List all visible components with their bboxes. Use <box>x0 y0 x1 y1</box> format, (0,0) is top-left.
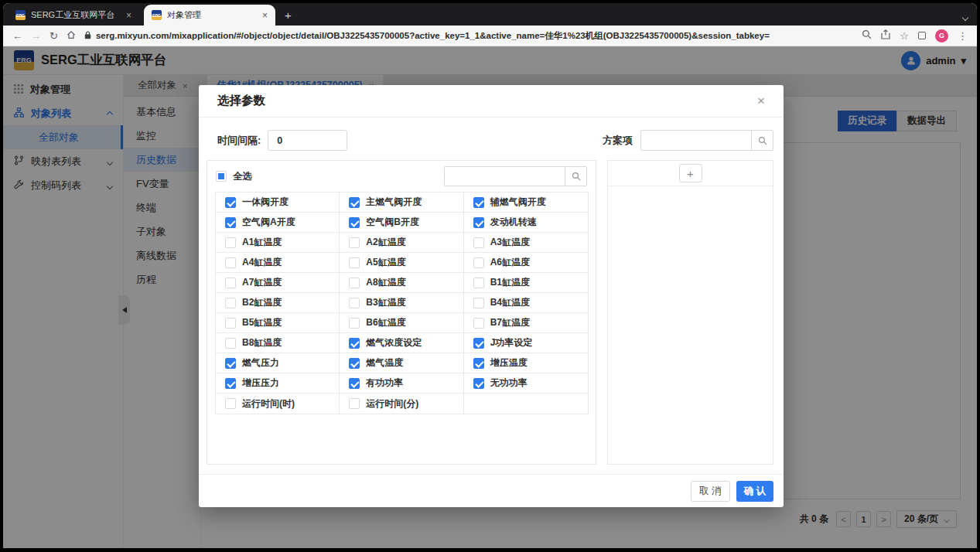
browser-tab-serg[interactable]: ERG SERG工业互联网平台 × <box>8 5 139 26</box>
param-option[interactable]: B4缸温度 <box>464 293 588 313</box>
param-option[interactable]: B5缸温度 <box>216 313 340 333</box>
param-checkbox[interactable] <box>225 197 236 208</box>
plan-search-input[interactable] <box>640 130 773 151</box>
bookmark-star-icon[interactable]: ☆ <box>900 31 909 41</box>
param-label: A4缸温度 <box>242 256 282 269</box>
tab-close-icon[interactable]: × <box>262 10 268 21</box>
param-checkbox[interactable] <box>225 358 236 369</box>
search-icon[interactable] <box>751 131 773 150</box>
param-option[interactable]: 有功功率 <box>340 373 463 394</box>
browser-profile-avatar[interactable]: G <box>935 29 948 43</box>
param-option[interactable]: A8缸温度 <box>340 273 463 293</box>
select-all-control[interactable]: 全选 <box>216 170 252 183</box>
param-checkbox[interactable] <box>225 298 236 308</box>
tab-search-chevron-icon[interactable] <box>963 9 968 23</box>
param-option[interactable]: B1缸温度 <box>464 273 588 293</box>
param-checkbox[interactable] <box>473 318 484 329</box>
param-checkbox[interactable] <box>225 338 236 349</box>
param-option[interactable]: 辅燃气阀开度 <box>464 193 588 213</box>
add-plan-button[interactable]: + <box>679 164 702 182</box>
param-option[interactable]: 增压压力 <box>216 373 340 394</box>
param-option[interactable]: A2缸温度 <box>340 233 463 253</box>
param-checkbox[interactable] <box>349 318 360 329</box>
param-option[interactable]: B6缸温度 <box>340 313 463 333</box>
param-checkbox[interactable] <box>473 278 484 288</box>
param-option[interactable]: A5缸温度 <box>340 253 463 273</box>
param-option[interactable]: B3缸温度 <box>340 293 463 313</box>
url-box[interactable]: serg.mixyun.com/mixapplication/#/object/… <box>84 30 853 42</box>
reload-icon[interactable]: ↻ <box>50 31 58 41</box>
param-option[interactable]: 燃气温度 <box>340 353 463 373</box>
param-option[interactable]: 空气阀B开度 <box>340 213 463 233</box>
cancel-button[interactable]: 取 消 <box>691 481 729 502</box>
param-checkbox[interactable] <box>225 257 236 268</box>
param-option[interactable]: A1缸温度 <box>216 233 340 253</box>
param-checkbox[interactable] <box>349 398 360 409</box>
param-option[interactable]: A3缸温度 <box>464 233 588 253</box>
param-checkbox[interactable] <box>349 197 360 208</box>
param-search-input[interactable] <box>444 166 587 186</box>
param-checkbox[interactable] <box>225 237 236 248</box>
param-option[interactable]: 一体阀开度 <box>216 193 340 213</box>
zoom-icon[interactable] <box>862 29 872 42</box>
param-option[interactable]: J功率设定 <box>464 333 588 353</box>
param-checkbox[interactable] <box>349 237 360 248</box>
tab-group-icon[interactable] <box>918 32 926 39</box>
param-checkbox[interactable] <box>349 217 360 228</box>
param-checkbox[interactable] <box>473 338 484 349</box>
modal-close-icon[interactable]: × <box>757 94 765 107</box>
param-label: B8缸温度 <box>242 336 282 349</box>
param-option[interactable]: 增压温度 <box>464 353 588 373</box>
param-checkbox[interactable] <box>225 378 236 389</box>
param-label: A2缸温度 <box>366 236 405 249</box>
param-option[interactable]: A6缸温度 <box>464 253 588 273</box>
param-checkbox[interactable] <box>473 237 484 248</box>
param-checkbox[interactable] <box>473 358 484 369</box>
param-checkbox[interactable] <box>473 217 484 228</box>
back-icon[interactable]: ← <box>12 31 22 41</box>
param-option[interactable]: 燃气浓度设定 <box>340 333 463 353</box>
interval-input[interactable]: 0 <box>268 130 347 151</box>
param-checkbox[interactable] <box>225 398 236 409</box>
home-icon[interactable] <box>67 30 76 42</box>
browser-tab-object-mgmt[interactable]: ERG 对象管理 × <box>144 5 275 26</box>
confirm-button[interactable]: 确 认 <box>736 481 773 502</box>
forward-icon[interactable]: → <box>31 31 41 41</box>
param-option[interactable]: B2缸温度 <box>216 293 340 313</box>
param-option[interactable]: 燃气压力 <box>216 353 340 373</box>
param-option[interactable]: B7缸温度 <box>464 313 588 333</box>
select-all-label: 全选 <box>233 170 252 183</box>
param-label: 无功功率 <box>490 377 528 390</box>
browser-menu-icon[interactable]: ⋮ <box>958 31 968 41</box>
param-checkbox[interactable] <box>349 278 360 288</box>
param-checkbox[interactable] <box>349 298 360 308</box>
param-checkbox[interactable] <box>225 217 236 228</box>
param-checkbox[interactable] <box>473 378 484 389</box>
param-option[interactable]: 运行时间(分) <box>340 394 463 414</box>
param-option[interactable]: A4缸温度 <box>216 253 340 273</box>
param-option[interactable]: 无功功率 <box>464 373 588 394</box>
param-checkbox[interactable] <box>473 298 484 308</box>
param-label: 空气阀B开度 <box>366 216 419 229</box>
new-tab-button[interactable]: + <box>285 9 292 22</box>
share-icon[interactable] <box>881 29 890 42</box>
param-option[interactable]: 运行时间(时) <box>216 394 340 414</box>
tab-close-icon[interactable]: × <box>126 10 131 21</box>
param-option[interactable]: A7缸温度 <box>216 273 340 293</box>
param-checkbox[interactable] <box>349 257 360 268</box>
select-all-checkbox[interactable] <box>216 171 227 182</box>
param-option[interactable]: 发动机转速 <box>464 213 588 233</box>
param-checkbox[interactable] <box>349 358 360 369</box>
param-label: 发动机转速 <box>490 216 537 229</box>
param-checkbox[interactable] <box>225 278 236 288</box>
param-checkbox[interactable] <box>349 378 360 389</box>
param-option[interactable]: B8缸温度 <box>216 333 340 353</box>
param-label: 空气阀A开度 <box>242 216 295 229</box>
param-checkbox[interactable] <box>349 338 360 349</box>
search-icon[interactable] <box>565 167 586 186</box>
param-checkbox[interactable] <box>225 318 236 329</box>
param-checkbox[interactable] <box>473 257 484 268</box>
param-option[interactable]: 主燃气阀开度 <box>340 193 463 213</box>
param-checkbox[interactable] <box>473 197 484 208</box>
param-option[interactable]: 空气阀A开度 <box>216 213 340 233</box>
